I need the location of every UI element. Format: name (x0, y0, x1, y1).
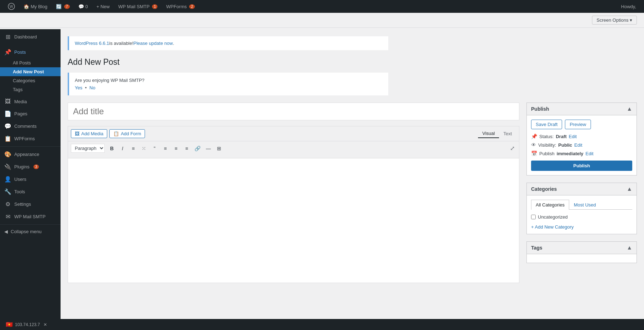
feedback-no-link[interactable]: No (89, 85, 95, 90)
uncategorized-checkbox[interactable] (531, 215, 536, 219)
content-layout: 🖼 Add Media 📋 Add Form Visual Text (68, 103, 637, 283)
add-form-button[interactable]: 📋 Add Form (109, 129, 145, 138)
visual-tab[interactable]: Visual (478, 129, 499, 138)
status-icon: 📌 (531, 133, 537, 139)
unordered-list-button[interactable]: ≡ (128, 144, 138, 153)
sidebar-divider-1 (0, 146, 61, 147)
toolbar-toggle-button[interactable]: ⊞ (214, 144, 224, 153)
paragraph-select[interactable]: Paragraph (71, 144, 105, 153)
post-title-input[interactable] (68, 103, 519, 120)
footer-close-button[interactable]: ✕ (43, 322, 47, 327)
my-blog-link[interactable]: 🏠 My Blog (20, 0, 51, 13)
wpforms-sidebar-icon: 📋 (4, 135, 11, 142)
link-button[interactable]: 🔗 (192, 144, 203, 153)
publish-widget-body: Save Draft Preview 📌 Status: Draft Edit (527, 115, 637, 175)
adminbar-left: W 🏠 My Blog 🔄 7 💬 0 + New WP Mail SMTP 1… (4, 0, 618, 13)
sidebar-sub-item-add-new[interactable]: Add New Post (0, 67, 61, 76)
sidebar-sub-item-categories[interactable]: Categories (0, 76, 61, 85)
sidebar-item-wp-mail-smtp[interactable]: ✉ WP Mail SMTP (0, 210, 61, 223)
align-center-button[interactable]: ≡ (171, 144, 181, 153)
add-new-category-link[interactable]: + Add New Category (531, 224, 574, 230)
sidebar-item-settings[interactable]: ⚙ Settings (0, 198, 61, 210)
sidebar-item-media[interactable]: 🖼 Media (0, 95, 61, 108)
preview-button[interactable]: Preview (565, 120, 591, 129)
plugins-badge: 3 (33, 164, 39, 169)
publish-widget-header[interactable]: Publish ▲ (527, 103, 637, 115)
publish-widget: Publish ▲ Save Draft Preview 📌 Status: (526, 103, 637, 176)
wp-mail-smtp-icon: ✉ (4, 213, 11, 220)
blockquote-button[interactable]: " (150, 144, 160, 153)
layout: ⊞ Dashboard 📌 Posts All Posts Add New Po… (0, 29, 644, 330)
appearance-icon: 🎨 (4, 151, 11, 158)
publish-actions: Save Draft Preview (531, 120, 632, 129)
sidebar-sub-item-tags[interactable]: Tags (0, 85, 61, 94)
sidebar-item-dashboard[interactable]: ⊞ Dashboard (0, 31, 61, 43)
collapse-icon: ◀ (4, 229, 8, 234)
categories-collapse-icon: ▲ (627, 186, 632, 192)
admin-bar: W 🏠 My Blog 🔄 7 💬 0 + New WP Mail SMTP 1… (0, 0, 644, 13)
svg-text:W: W (10, 5, 13, 9)
wp-version-link[interactable]: WordPress 6.6.1 (75, 41, 109, 46)
align-left-button[interactable]: ≡ (160, 144, 170, 153)
categories-widget-header[interactable]: Categories ▲ (527, 183, 637, 195)
page-title: Add New Post (68, 57, 637, 67)
sidebar-divider-2 (0, 224, 61, 225)
sidebar-item-wpforms[interactable]: 📋 WPForms (0, 132, 61, 145)
visibility-row: 👁 Visibility: Public Edit (531, 142, 632, 148)
sidebar-sub-item-all-posts[interactable]: All Posts (0, 58, 61, 67)
new-content-link[interactable]: + New (93, 0, 113, 13)
update-now-link[interactable]: Please update now (134, 41, 173, 46)
adminbar-right: Howdy, (618, 4, 640, 9)
align-right-button[interactable]: ≡ (182, 144, 192, 153)
publish-collapse-icon: ▲ (627, 106, 632, 112)
add-media-button[interactable]: 🖼 Add Media (71, 129, 107, 138)
sidebar-item-pages[interactable]: 📄 Pages (0, 108, 61, 120)
fullscreen-button[interactable]: ⤢ (509, 143, 516, 153)
sidebar-section-dashboard: ⊞ Dashboard (0, 29, 61, 44)
sidebar-item-tools[interactable]: 🔧 Tools (0, 185, 61, 198)
visibility-edit-link[interactable]: Edit (574, 142, 582, 148)
wp-logo-menu[interactable]: W (4, 0, 19, 13)
feedback-links: Yes • No (75, 85, 383, 90)
tags-widget: Tags ▲ (526, 241, 637, 263)
most-used-tab[interactable]: Most Used (569, 200, 601, 210)
uncategorized-label: Uncategorized (538, 214, 568, 220)
collapse-menu[interactable]: ◀ Collapse menu (0, 226, 61, 237)
screen-options-button[interactable]: Screen Options ▾ (592, 16, 637, 25)
save-draft-button[interactable]: Save Draft (531, 120, 562, 129)
text-tab[interactable]: Text (499, 129, 516, 138)
comments-link[interactable]: 💬 0 (75, 0, 92, 13)
publish-button[interactable]: Publish (531, 161, 632, 171)
settings-icon: ⚙ (4, 201, 11, 208)
tags-widget-header[interactable]: Tags ▲ (527, 242, 637, 254)
all-categories-tab[interactable]: All Categories (531, 200, 569, 210)
format-toolbar: Paragraph B I ≡ ⁙ " ≡ ≡ ≡ 🔗 — ⊞ ⤢ (68, 141, 519, 155)
main-content: WordPress 6.6.1 is available! Please upd… (61, 29, 644, 330)
sidebar-item-comments[interactable]: 💬 Comments (0, 120, 61, 132)
plugins-icon: 🔌 (4, 163, 11, 170)
wp-mail-smtp-link[interactable]: WP Mail SMTP 1 (115, 0, 161, 13)
dashboard-icon: ⊞ (4, 33, 11, 40)
italic-button[interactable]: I (118, 144, 128, 153)
sidebar-item-plugins[interactable]: 🔌 Plugins 3 (0, 161, 61, 173)
sidebar-item-users[interactable]: 👤 Users (0, 173, 61, 185)
sidebar-item-posts[interactable]: 📌 Posts (0, 46, 61, 58)
publish-time-edit-link[interactable]: Edit (586, 151, 593, 156)
tools-icon: 🔧 (4, 188, 11, 195)
editor-content-area[interactable] (68, 158, 519, 283)
publish-btn-row: Publish (531, 161, 632, 171)
updates-link[interactable]: 🔄 7 (52, 0, 73, 13)
more-tag-button[interactable]: — (203, 144, 213, 153)
status-edit-link[interactable]: Edit (569, 134, 577, 139)
ordered-list-button[interactable]: ⁙ (139, 144, 149, 153)
sidebar-item-appearance[interactable]: 🎨 Appearance (0, 148, 61, 161)
wpforms-link[interactable]: WPForms 2 (162, 0, 198, 13)
users-icon: 👤 (4, 176, 11, 183)
sidebar-section-posts: 📌 Posts All Posts Add New Post Categorie… (0, 44, 61, 95)
feedback-bar: Are you enjoying WP Mail SMTP? Yes • No (68, 73, 388, 95)
calendar-icon: 📅 (531, 151, 537, 156)
categories-widget-body: All Categories Most Used Uncategorized +… (527, 195, 637, 234)
bold-button[interactable]: B (107, 144, 117, 153)
media-icon: 🖼 (4, 98, 11, 105)
feedback-yes-link[interactable]: Yes (75, 85, 82, 90)
